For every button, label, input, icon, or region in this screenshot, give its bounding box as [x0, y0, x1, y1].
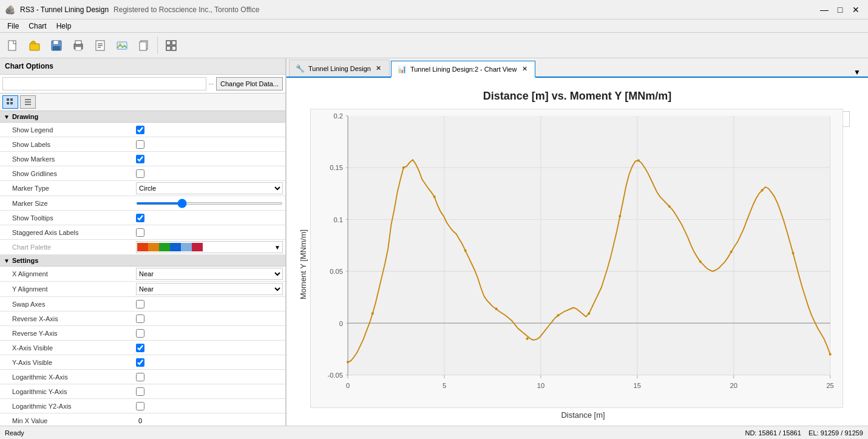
marker-size-row: Marker Size: [0, 196, 285, 211]
y-alignment-select[interactable]: Near Center Far: [136, 283, 283, 295]
staggered-axis-labels-checkbox[interactable]: [136, 228, 144, 237]
tab-dropdown-arrow[interactable]: ▼: [849, 66, 866, 79]
minimize-button[interactable]: —: [817, 4, 832, 16]
palette-color-2: [148, 243, 159, 251]
log-x-axis-label: Logarithmic X-Axis: [0, 372, 134, 383]
x-tick-15: 15: [634, 382, 641, 389]
show-markers-control: [134, 154, 285, 165]
svg-point-37: [637, 159, 640, 162]
svg-rect-19: [172, 46, 176, 50]
menu-chart[interactable]: Chart: [24, 21, 51, 32]
settings-arrow: ▼: [4, 257, 10, 264]
copy-button[interactable]: [134, 35, 154, 56]
show-markers-label: Show Markers: [0, 154, 134, 165]
show-labels-checkbox[interactable]: [136, 140, 144, 149]
maximize-button[interactable]: □: [833, 4, 847, 16]
reverse-x-axis-checkbox[interactable]: [136, 315, 144, 323]
chart-background: [348, 116, 830, 375]
log-x-axis-checkbox[interactable]: [136, 373, 144, 381]
show-tooltips-control: [134, 213, 285, 223]
open-button[interactable]: [24, 35, 45, 56]
swap-axes-row: Swap Axes: [0, 297, 285, 311]
svg-rect-6: [75, 41, 81, 44]
app-title: RS3 - Tunnel Lining Design: [20, 5, 109, 14]
show-tooltips-checkbox[interactable]: [136, 214, 144, 222]
x-tick-5: 5: [442, 382, 446, 389]
log-y-axis-checkbox[interactable]: [136, 387, 144, 396]
tab-dropdown[interactable]: ▼: [849, 68, 866, 77]
log-y2-axis-checkbox[interactable]: [136, 402, 144, 410]
tab-chart-label: Tunnel Lining Design:2 - Chart View: [410, 66, 517, 73]
show-labels-control: [134, 139, 285, 150]
toolbar-separator: [157, 37, 158, 54]
x-alignment-select[interactable]: Near Center Far: [136, 268, 283, 280]
image-button[interactable]: [112, 35, 132, 56]
grid-view-button[interactable]: [2, 95, 18, 109]
show-markers-checkbox[interactable]: [136, 155, 144, 163]
right-panel: 🔧 Tunnel Lining Design ✕ 📊 Tunnel Lining…: [287, 58, 868, 426]
reverse-x-axis-label: Reverse X-Axis: [0, 313, 134, 324]
tab-chart-view[interactable]: 📊 Tunnel Lining Design:2 - Chart View ✕: [391, 61, 535, 78]
y-axis-visible-checkbox[interactable]: [136, 358, 144, 367]
x-axis-label: Distance [m]: [310, 408, 856, 420]
tab-tunnel-label: Tunnel Lining Design: [308, 65, 371, 72]
drawing-section-header[interactable]: ▼ Drawing: [0, 111, 285, 123]
search-input[interactable]: [2, 77, 206, 90]
marker-size-slider[interactable]: [136, 202, 283, 205]
new-button[interactable]: [2, 35, 23, 56]
close-button[interactable]: ✕: [849, 4, 863, 16]
view-toggles: [0, 94, 285, 111]
log-y-axis-row: Logarithmic Y-Axis: [0, 384, 285, 399]
swap-axes-checkbox[interactable]: [136, 300, 144, 308]
print-button[interactable]: [68, 35, 89, 56]
staggered-axis-labels-row: Staggered Axis Labels: [0, 225, 285, 240]
app-subtitle: Registered to Rocscience Inc., Toronto O…: [114, 5, 259, 14]
log-x-axis-control: [134, 372, 285, 383]
report-button[interactable]: [90, 35, 110, 56]
tab-chart-icon: 📊: [398, 65, 407, 73]
show-gridlines-checkbox[interactable]: [136, 169, 144, 178]
left-panel: Chart Options ··· Change Plot Data... ▼ …: [0, 58, 287, 426]
svg-point-42: [792, 252, 794, 254]
marker-type-select[interactable]: Circle Square Triangle Diamond: [136, 182, 283, 194]
svg-point-38: [668, 205, 671, 208]
title-bar-left: 🪨 RS3 - Tunnel Lining Design Registered …: [5, 5, 259, 15]
zoom-fit-button[interactable]: [161, 35, 181, 56]
menu-file[interactable]: File: [2, 21, 24, 32]
palette-dropdown-arrow: ▼: [274, 244, 282, 251]
reverse-y-axis-checkbox[interactable]: [136, 329, 144, 338]
x-tick-10: 10: [537, 382, 544, 389]
show-markers-row: Show Markers: [0, 152, 285, 166]
main-content: Chart Options ··· Change Plot Data... ▼ …: [0, 58, 868, 426]
chart-options-header: Chart Options: [0, 58, 285, 75]
tab-tunnel-lining-design[interactable]: 🔧 Tunnel Lining Design ✕: [289, 60, 390, 77]
tab-tunnel-close[interactable]: ✕: [375, 64, 383, 73]
toolbar: [0, 33, 868, 58]
y-tick-0: 0: [339, 319, 343, 327]
save-button[interactable]: [46, 35, 67, 56]
show-legend-checkbox[interactable]: [136, 126, 144, 134]
options-scroll[interactable]: ▼ Drawing Show Legend Show Labels: [0, 111, 285, 426]
marker-type-control: Circle Square Triangle Diamond: [134, 181, 285, 196]
change-plot-button[interactable]: Change Plot Data...: [216, 77, 283, 90]
tab-chart-close[interactable]: ✕: [520, 65, 529, 73]
svg-point-31: [464, 250, 467, 252]
title-bar: 🪨 RS3 - Tunnel Lining Design Registered …: [0, 0, 868, 19]
min-x-value: 0: [136, 416, 144, 426]
svg-point-29: [402, 166, 405, 169]
settings-section-header[interactable]: ▼ Settings: [0, 255, 285, 267]
y-alignment-label: Y Alignment: [0, 284, 134, 294]
show-labels-label: Show Labels: [0, 139, 134, 150]
x-alignment-row: X Alignment Near Center Far: [0, 267, 285, 282]
svg-rect-12: [117, 42, 127, 49]
show-legend-label: Show Legend: [0, 124, 134, 135]
swap-axes-control: [134, 299, 285, 310]
x-tick-0: 0: [346, 382, 350, 389]
svg-point-33: [526, 338, 528, 340]
log-y2-axis-row: Logarithmic Y2-Axis: [0, 399, 285, 413]
menu-help[interactable]: Help: [52, 21, 76, 32]
list-view-button[interactable]: [20, 95, 36, 109]
palette-color-6: [192, 243, 203, 251]
x-axis-visible-control: [134, 342, 285, 353]
x-axis-visible-checkbox[interactable]: [136, 344, 144, 352]
